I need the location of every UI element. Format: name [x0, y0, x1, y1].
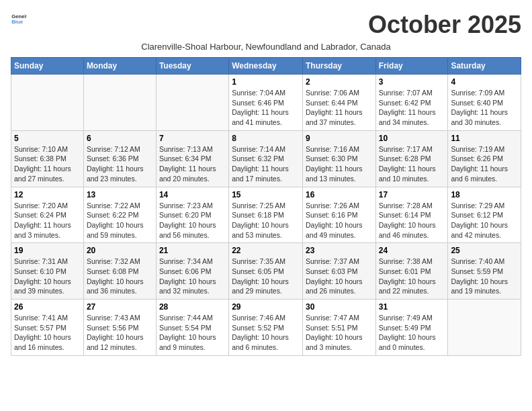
day-number: 23: [306, 246, 373, 255]
calendar-cell: 2Sunrise: 7:06 AM Sunset: 6:44 PM Daylig…: [302, 75, 375, 131]
day-number: 2: [306, 77, 373, 87]
svg-text:General: General: [11, 13, 27, 19]
calendar-cell: 11Sunrise: 7:19 AM Sunset: 6:26 PM Dayli…: [448, 130, 521, 187]
day-info: Sunrise: 7:26 AM Sunset: 6:16 PM Dayligh…: [306, 201, 373, 240]
logo: General Blue: [11, 11, 27, 27]
calendar-cell: 4Sunrise: 7:09 AM Sunset: 6:40 PM Daylig…: [448, 75, 521, 131]
calendar-cell: 13Sunrise: 7:22 AM Sunset: 6:22 PM Dayli…: [83, 187, 156, 243]
day-number: 17: [379, 190, 445, 199]
weekday-header: Sunday: [11, 58, 84, 75]
weekday-header: Monday: [83, 58, 156, 75]
calendar-cell: 19Sunrise: 7:31 AM Sunset: 6:10 PM Dayli…: [11, 243, 84, 300]
calendar-week-row: 19Sunrise: 7:31 AM Sunset: 6:10 PM Dayli…: [11, 243, 521, 300]
day-info: Sunrise: 7:34 AM Sunset: 6:06 PM Dayligh…: [159, 257, 226, 296]
day-number: 26: [14, 302, 81, 312]
calendar-cell: 7Sunrise: 7:13 AM Sunset: 6:34 PM Daylig…: [156, 130, 228, 187]
calendar-cell: 30Sunrise: 7:47 AM Sunset: 5:51 PM Dayli…: [302, 300, 375, 356]
calendar-cell: 6Sunrise: 7:12 AM Sunset: 6:36 PM Daylig…: [83, 130, 156, 187]
day-number: 7: [159, 134, 226, 143]
day-info: Sunrise: 7:07 AM Sunset: 6:42 PM Dayligh…: [379, 88, 445, 128]
day-info: Sunrise: 7:14 AM Sunset: 6:32 PM Dayligh…: [232, 144, 300, 184]
calendar-cell: 21Sunrise: 7:34 AM Sunset: 6:06 PM Dayli…: [156, 243, 228, 300]
weekday-header: Friday: [375, 58, 448, 75]
calendar-cell: 14Sunrise: 7:23 AM Sunset: 6:20 PM Dayli…: [156, 187, 228, 243]
weekday-header: Wednesday: [229, 58, 303, 75]
day-info: Sunrise: 7:23 AM Sunset: 6:20 PM Dayligh…: [159, 201, 226, 240]
day-info: Sunrise: 7:10 AM Sunset: 6:38 PM Dayligh…: [14, 144, 81, 184]
day-info: Sunrise: 7:09 AM Sunset: 6:40 PM Dayligh…: [451, 88, 518, 128]
day-info: Sunrise: 7:19 AM Sunset: 6:26 PM Dayligh…: [451, 144, 518, 184]
calendar-cell: 18Sunrise: 7:29 AM Sunset: 6:12 PM Dayli…: [448, 187, 521, 243]
calendar-cell: 22Sunrise: 7:35 AM Sunset: 6:05 PM Dayli…: [229, 243, 303, 300]
day-number: 11: [451, 134, 518, 143]
weekday-header: Tuesday: [156, 58, 228, 75]
subtitle: Clarenville-Shoal Harbour, Newfoundland …: [11, 42, 521, 52]
calendar-cell: 26Sunrise: 7:41 AM Sunset: 5:57 PM Dayli…: [11, 300, 84, 356]
day-number: 3: [379, 77, 445, 87]
day-number: 28: [159, 302, 226, 312]
svg-text:Blue: Blue: [11, 19, 24, 25]
day-number: 1: [232, 77, 300, 87]
calendar-cell: 12Sunrise: 7:20 AM Sunset: 6:24 PM Dayli…: [11, 187, 84, 243]
calendar-cell: 24Sunrise: 7:38 AM Sunset: 6:01 PM Dayli…: [375, 243, 448, 300]
day-number: 21: [159, 246, 226, 255]
calendar-week-row: 5Sunrise: 7:10 AM Sunset: 6:38 PM Daylig…: [11, 130, 521, 187]
day-info: Sunrise: 7:29 AM Sunset: 6:12 PM Dayligh…: [451, 201, 518, 240]
day-info: Sunrise: 7:31 AM Sunset: 6:10 PM Dayligh…: [14, 257, 81, 296]
day-number: 6: [87, 134, 153, 143]
day-number: 19: [14, 246, 81, 255]
calendar-cell: 25Sunrise: 7:40 AM Sunset: 5:59 PM Dayli…: [448, 243, 521, 300]
day-info: Sunrise: 7:16 AM Sunset: 6:30 PM Dayligh…: [306, 144, 373, 184]
calendar-cell: [156, 75, 228, 131]
calendar-cell: 27Sunrise: 7:43 AM Sunset: 5:56 PM Dayli…: [83, 300, 156, 356]
day-number: 27: [87, 302, 153, 312]
day-info: Sunrise: 7:17 AM Sunset: 6:28 PM Dayligh…: [379, 144, 445, 184]
day-number: 12: [14, 190, 81, 199]
calendar-cell: 8Sunrise: 7:14 AM Sunset: 6:32 PM Daylig…: [229, 130, 303, 187]
day-number: 15: [232, 190, 300, 199]
day-info: Sunrise: 7:46 AM Sunset: 5:52 PM Dayligh…: [232, 313, 300, 353]
calendar-week-row: 12Sunrise: 7:20 AM Sunset: 6:24 PM Dayli…: [11, 187, 521, 243]
calendar-cell: [11, 75, 84, 131]
day-number: 13: [87, 190, 153, 199]
calendar-cell: 10Sunrise: 7:17 AM Sunset: 6:28 PM Dayli…: [375, 130, 448, 187]
logo-icon: General Blue: [11, 11, 27, 27]
day-info: Sunrise: 7:28 AM Sunset: 6:14 PM Dayligh…: [379, 201, 445, 240]
day-info: Sunrise: 7:25 AM Sunset: 6:18 PM Dayligh…: [232, 201, 300, 240]
day-info: Sunrise: 7:22 AM Sunset: 6:22 PM Dayligh…: [87, 201, 153, 240]
day-info: Sunrise: 7:04 AM Sunset: 6:46 PM Dayligh…: [232, 88, 300, 128]
page-header: General Blue October 2025: [11, 11, 521, 39]
calendar-cell: 17Sunrise: 7:28 AM Sunset: 6:14 PM Dayli…: [375, 187, 448, 243]
calendar-cell: [448, 300, 521, 356]
calendar-cell: 23Sunrise: 7:37 AM Sunset: 6:03 PM Dayli…: [302, 243, 375, 300]
calendar-week-row: 26Sunrise: 7:41 AM Sunset: 5:57 PM Dayli…: [11, 300, 521, 356]
day-info: Sunrise: 7:35 AM Sunset: 6:05 PM Dayligh…: [232, 257, 300, 296]
day-number: 22: [232, 246, 300, 255]
day-number: 16: [306, 190, 373, 199]
day-number: 10: [379, 134, 445, 143]
day-number: 24: [379, 246, 445, 255]
calendar-cell: 5Sunrise: 7:10 AM Sunset: 6:38 PM Daylig…: [11, 130, 84, 187]
month-title: October 2025: [368, 11, 521, 39]
day-number: 29: [232, 302, 300, 312]
day-info: Sunrise: 7:06 AM Sunset: 6:44 PM Dayligh…: [306, 88, 373, 128]
day-number: 25: [451, 246, 518, 255]
calendar-table: SundayMondayTuesdayWednesdayThursdayFrid…: [11, 57, 521, 356]
day-info: Sunrise: 7:38 AM Sunset: 6:01 PM Dayligh…: [379, 257, 445, 296]
calendar-cell: 28Sunrise: 7:44 AM Sunset: 5:54 PM Dayli…: [156, 300, 228, 356]
day-info: Sunrise: 7:49 AM Sunset: 5:49 PM Dayligh…: [379, 313, 445, 353]
calendar-cell: 15Sunrise: 7:25 AM Sunset: 6:18 PM Dayli…: [229, 187, 303, 243]
calendar-cell: 31Sunrise: 7:49 AM Sunset: 5:49 PM Dayli…: [375, 300, 448, 356]
weekday-header: Thursday: [302, 58, 375, 75]
day-number: 14: [159, 190, 226, 199]
day-number: 5: [14, 134, 81, 143]
calendar-cell: 20Sunrise: 7:32 AM Sunset: 6:08 PM Dayli…: [83, 243, 156, 300]
day-info: Sunrise: 7:32 AM Sunset: 6:08 PM Dayligh…: [87, 257, 153, 296]
day-number: 30: [306, 302, 373, 312]
day-info: Sunrise: 7:40 AM Sunset: 5:59 PM Dayligh…: [451, 257, 518, 296]
calendar-cell: [83, 75, 156, 131]
day-number: 9: [306, 134, 373, 143]
calendar-cell: 9Sunrise: 7:16 AM Sunset: 6:30 PM Daylig…: [302, 130, 375, 187]
day-number: 20: [87, 246, 153, 255]
day-info: Sunrise: 7:12 AM Sunset: 6:36 PM Dayligh…: [87, 144, 153, 184]
